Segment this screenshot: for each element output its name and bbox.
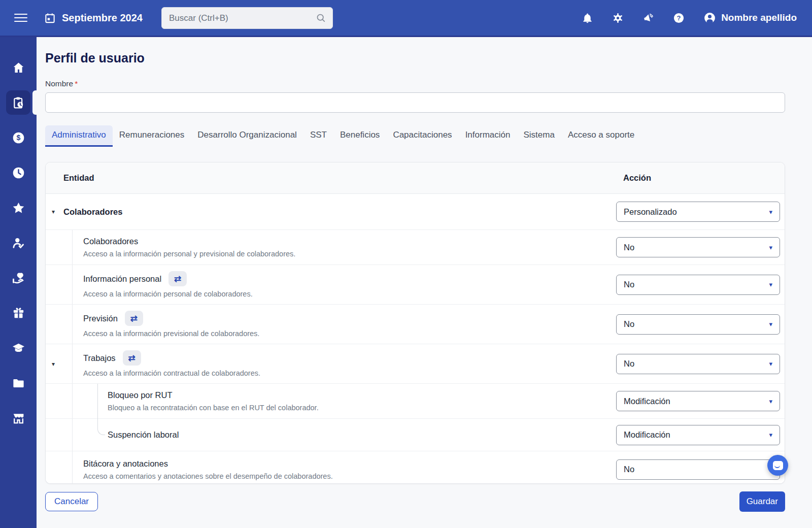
action-cell: No▾: [616, 451, 785, 484]
tree-connector: [97, 418, 105, 435]
swap-horizontal-icon[interactable]: ⇄: [168, 271, 187, 286]
row-indent-gutter: [46, 344, 73, 383]
tab-capacitaciones[interactable]: Capacitaciones: [386, 125, 458, 147]
menu-icon[interactable]: [14, 14, 27, 22]
tab-remuneraciones[interactable]: Remuneraciones: [113, 125, 191, 147]
gear-icon[interactable]: [612, 12, 624, 24]
entity-description: Acceso a la información personal de cola…: [83, 290, 616, 298]
sidebar-item-home[interactable]: [6, 55, 30, 80]
cancel-button[interactable]: Cancelar: [45, 492, 98, 511]
sidebar-item-people[interactable]: [6, 230, 30, 255]
tab-desarrollo-organizacional[interactable]: Desarrollo Organizacional: [191, 125, 303, 147]
row-indent-gutter: [46, 265, 73, 304]
action-select[interactable]: Modificación▾: [616, 391, 780, 411]
row-indent-gutter: [46, 230, 73, 265]
name-field-label: Nombre*: [45, 79, 812, 88]
action-select[interactable]: No▾: [616, 314, 780, 335]
gift-icon: [12, 306, 25, 320]
person-check-icon: [12, 236, 25, 250]
action-select[interactable]: No▾: [616, 354, 780, 374]
chevron-down-icon: ▾: [769, 398, 772, 405]
sidebar-item-favorites[interactable]: [6, 195, 30, 220]
tab-sst[interactable]: SST: [303, 125, 333, 147]
sidebar-item-training[interactable]: [6, 336, 30, 360]
graduation-cap-icon: [12, 341, 25, 355]
sidebar-item-time[interactable]: [6, 160, 30, 185]
entity-cell: Bloqueo por RUTBloqueo a la recontrataci…: [73, 384, 616, 418]
entity-cell: Bitácora y anotacionesAcceso a comentari…: [73, 451, 616, 484]
table-row: ▾Trabajos⇄Acceso a la información contra…: [46, 344, 785, 384]
entity-title: Bloqueo por RUT: [108, 390, 172, 400]
action-select[interactable]: No▾: [616, 459, 780, 480]
table-header-row: Entidad Acción: [46, 162, 785, 194]
tab-información[interactable]: Información: [459, 125, 517, 147]
table-row: ▾ColaboradoresPersonalizado▾: [46, 194, 785, 230]
period-selector[interactable]: Septiembre 2024: [44, 12, 143, 24]
swap-horizontal-icon[interactable]: ⇄: [123, 350, 141, 366]
action-cell: No▾: [616, 265, 785, 304]
entity-cell: Información personal⇄Acceso a la informa…: [73, 265, 616, 304]
row-indent-gutter: [46, 305, 73, 344]
active-item-indicator: [32, 90, 37, 115]
svg-text:$: $: [16, 134, 20, 142]
user-name: Nombre apellido: [721, 12, 797, 23]
svg-text:?: ?: [677, 14, 681, 22]
action-cell: No▾: [616, 305, 785, 344]
tab-beneficios[interactable]: Beneficios: [333, 125, 386, 147]
action-cell: Personalizado▾: [616, 194, 785, 229]
sidebar-item-store[interactable]: [6, 406, 30, 430]
action-select[interactable]: Modificación▾: [616, 425, 780, 445]
entity-column-header: Entidad: [46, 173, 616, 183]
row-indent-gutter: [46, 419, 73, 451]
tab-acceso-a-soporte[interactable]: Acceso a soporte: [561, 125, 641, 147]
tab-administrativo[interactable]: Administrativo: [45, 125, 113, 147]
entity-description: Acceso a la información contractual de c…: [83, 369, 616, 377]
table-row: Suspención laboralModificación▾: [46, 419, 785, 451]
action-column-header: Acción: [616, 173, 785, 183]
clipboard-clock-icon: [12, 96, 25, 110]
clock-icon: [12, 166, 25, 180]
help-icon[interactable]: ?: [673, 12, 685, 24]
sidebar-item-benefits[interactable]: [6, 266, 30, 290]
page-title: Perfil de usuario: [45, 51, 812, 65]
table-row: Información personal⇄Acceso a la informa…: [46, 265, 785, 305]
name-field[interactable]: [45, 92, 785, 113]
action-select[interactable]: No▾: [616, 275, 780, 295]
sidebar-item-payments[interactable]: $: [6, 125, 30, 150]
action-cell: No▾: [616, 344, 785, 383]
entity-cell: Colaboradores: [63, 194, 616, 229]
global-search[interactable]: [161, 7, 333, 29]
home-icon: [12, 61, 25, 75]
save-button[interactable]: Guardar: [739, 491, 785, 512]
search-icon: [316, 13, 326, 23]
row-indent-gutter: [46, 384, 73, 418]
chevron-down-icon: ▾: [769, 431, 772, 439]
entity-cell: Suspención laboral: [73, 419, 616, 451]
sidebar-item-documents[interactable]: [6, 371, 30, 395]
collapse-caret-icon[interactable]: ▾: [52, 361, 55, 367]
collapse-caret-icon[interactable]: ▾: [52, 209, 55, 215]
tab-sistema[interactable]: Sistema: [517, 125, 561, 147]
entity-title: Suspención laboral: [108, 430, 179, 440]
action-select-value: Modificación: [624, 430, 670, 440]
entity-title: Trabajos: [83, 353, 116, 363]
sidebar-item-tasks[interactable]: [6, 90, 30, 115]
bell-icon[interactable]: [582, 12, 593, 24]
entity-description: Acceso a comentarios y anotaciones sobre…: [83, 472, 616, 480]
entity-cell: Trabajos⇄Acceso a la información contrac…: [73, 344, 616, 383]
required-asterisk: *: [75, 79, 78, 88]
action-select-value: Personalizado: [624, 207, 677, 217]
action-select[interactable]: No▾: [616, 237, 780, 257]
entity-title: Colaboradores: [63, 207, 122, 217]
chat-launcher[interactable]: [767, 455, 788, 476]
user-menu[interactable]: Nombre apellido: [703, 12, 797, 24]
search-input[interactable]: [168, 13, 316, 24]
action-select[interactable]: Personalizado▾: [616, 202, 780, 222]
sidebar-item-gifts[interactable]: [6, 301, 30, 325]
entity-title: Previsión: [83, 314, 118, 323]
entity-title: Colaboradores: [83, 237, 138, 246]
swap-horizontal-icon[interactable]: ⇄: [125, 311, 143, 326]
action-select-value: No: [624, 319, 634, 329]
star-icon: [12, 201, 25, 215]
megaphone-icon[interactable]: [642, 12, 654, 24]
